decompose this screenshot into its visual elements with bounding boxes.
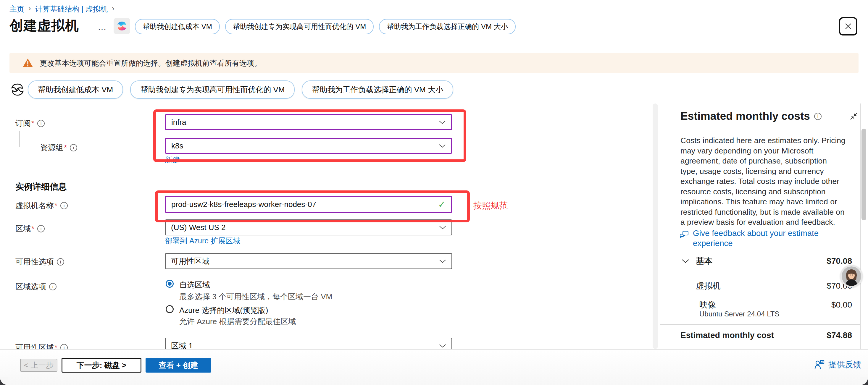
region-label: 区域 [16,224,45,234]
next-disks-button[interactable]: 下一步: 磁盘 > [62,358,142,373]
radio-azure-selected-zone-desc: 允许 Azure 根据需要分配最佳区域 [179,316,296,327]
copilot-lowcost-button[interactable]: 帮助我创建低成本 VM [28,81,123,99]
chevron-down-icon [439,259,446,263]
breadcrumb-chevron-icon: › [112,4,115,13]
info-icon[interactable] [49,283,57,290]
chevron-down-icon [439,344,446,348]
footer-bar: < 上一步 下一步: 磁盘 > 查看 + 创建 提供反馈 [0,349,868,385]
cost-group-name: 基本 [696,255,712,267]
vm-name-value: prod-usw2-k8s-freeleaps-worker-nodes-07 [171,200,316,209]
cost-item-row: 映像 $0.00 [700,299,852,311]
estimate-feedback-link[interactable]: Give feedback about your estimate experi… [693,228,857,248]
cost-item-name: 虚拟机 [696,280,721,292]
tree-connector [19,131,20,147]
zone-options-label: 区域选项 [16,282,57,292]
subscription-value: infra [171,118,186,127]
cost-total-amount: $74.88 [827,330,852,340]
info-icon[interactable] [814,113,822,120]
vm-name-input[interactable]: prod-usw2-k8s-freeleaps-worker-nodes-07 [165,196,452,213]
breadcrumb-home-link[interactable]: 主页 [9,4,24,14]
cost-total-label: Estimated monthly cost [680,330,774,340]
breadcrumb-chevron-icon: › [28,4,31,13]
page-title: 创建虚拟机 [9,17,79,35]
radio-self-select-zone-desc: 最多选择 3 个可用性区域，每个区域一台 VM [179,292,332,302]
feedback-chat-icon [679,230,689,240]
copilot-outline-icon [10,82,25,99]
radio-azure-selected-zone-label[interactable]: Azure 选择的区域(预览版) [179,305,268,316]
cost-panel-header: Estimated monthly costs [680,110,858,122]
warning-icon [23,58,33,68]
overflow-menu-icon[interactable]: … [98,25,107,28]
panel-scroll-track [860,103,861,349]
collapse-panel-icon[interactable] [850,112,858,120]
panel-divider [660,324,860,325]
edge-zone-link[interactable]: 部署到 Azure 扩展区域 [165,236,240,246]
radio-self-select-zone-label[interactable]: 自选区域 [179,280,210,290]
close-icon [844,22,852,31]
region-dropdown[interactable]: (US) West US 2 [165,219,452,235]
chevron-down-icon[interactable] [682,259,689,263]
cost-total-row: Estimated monthly cost $74.88 [680,330,852,340]
info-icon[interactable] [37,225,45,232]
warning-banner: 更改基本选项可能会重置所做的选择。创建虚拟机前查看所有选项。 [9,53,859,73]
chevron-down-icon [439,120,446,124]
assistant-avatar[interactable] [840,265,863,287]
availability-label: 可用性选项 [16,257,64,267]
cost-item-name: 映像 [700,299,716,311]
create-vm-page: 主页 › 计算基础结构 | 虚拟机 › 创建虚拟机 … 帮助我创建低成本 VM … [0,0,868,385]
radio-azure-selected-zone[interactable] [166,305,174,313]
availability-value: 可用性区域 [171,256,210,266]
resource-group-label: 资源组 [40,142,77,153]
copilot-ha-button[interactable]: 帮助我创建专为实现高可用性而优化的 VM [130,81,294,99]
chevron-down-icon [439,144,446,148]
breadcrumb-section-link[interactable]: 计算基础结构 | 虚拟机 [35,4,108,14]
feedback-person-icon [814,360,825,370]
availability-dropdown[interactable]: 可用性区域 [165,253,452,269]
info-icon[interactable] [57,258,64,265]
copilot-lowcost-button[interactable]: 帮助我创建低成本 VM [135,19,220,34]
subscription-label: 订阅 [16,118,45,129]
cost-group-amount: $70.08 [827,256,852,266]
feedback-control[interactable]: 提供反馈 [814,359,862,370]
copilot-suggestions-main: 帮助我创建低成本 VM 帮助我创建专为实现高可用性而优化的 VM 帮助我为工作负… [28,81,453,99]
create-new-link[interactable]: 新建 [165,155,180,165]
region-value: (US) West US 2 [171,223,225,232]
cost-item-row: 虚拟机 $70.08 [696,280,852,292]
resource-group-value: k8s [171,141,183,151]
breadcrumb: 主页 › 计算基础结构 | 虚拟机 › [9,4,115,14]
cost-panel-description: Costs indicated here are estimates only.… [680,135,845,227]
chevron-down-icon [439,226,446,229]
info-icon[interactable] [60,202,68,210]
cost-item-sub: Ubuntu Server 24.04 LTS [700,310,779,318]
resource-group-dropdown[interactable]: k8s [165,138,452,154]
close-button[interactable] [839,17,857,35]
copilot-icon [116,20,128,32]
copilot-suggestions-top: 帮助我创建低成本 VM 帮助我创建专为实现高可用性而优化的 VM 帮助我为工作负… [135,19,516,34]
info-icon[interactable] [70,144,77,151]
vm-name-label: 虚拟机名称 [16,200,68,211]
feedback-link[interactable]: 提供反馈 [828,359,862,370]
copilot-size-button[interactable]: 帮助我为工作负载选择正确的 VM 大小 [379,19,515,34]
radio-self-select-zone[interactable] [166,280,174,288]
subscription-dropdown[interactable]: infra [165,114,452,130]
section-instance-details: 实例详细信息 [16,181,67,193]
estimate-feedback[interactable]: Give feedback about your estimate experi… [679,228,857,248]
previous-button[interactable]: < 上一步 [20,359,57,372]
cost-group-row[interactable]: 基本 $70.08 [696,255,852,267]
review-create-button[interactable]: 查看 + 创建 [146,358,211,373]
cost-panel-title: Estimated monthly costs [680,110,810,122]
copilot-button[interactable] [114,18,130,34]
avatar-image [842,266,861,286]
copilot-size-button[interactable]: 帮助我为工作负载选择正确的 VM 大小 [302,81,453,99]
tree-connector [19,147,36,147]
cost-item-amount: $0.00 [831,300,852,310]
window-corner [860,377,868,385]
window-corner [0,377,8,385]
annotation-text: 按照规范 [473,200,508,212]
warning-text: 更改基本选项可能会重置所做的选择。创建虚拟机前查看所有选项。 [40,58,261,68]
main-scrollbar[interactable] [653,103,658,349]
copilot-ha-button[interactable]: 帮助我创建专为实现高可用性而优化的 VM [225,19,374,34]
panel-scrollbar[interactable] [862,129,866,220]
info-icon[interactable] [37,120,45,127]
valid-check-icon [438,199,446,210]
